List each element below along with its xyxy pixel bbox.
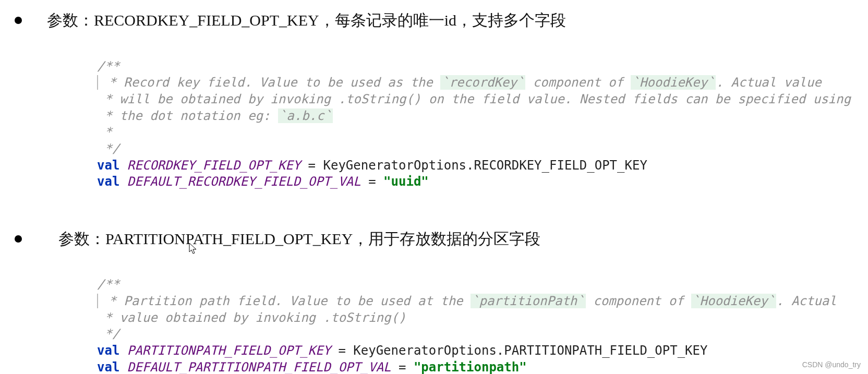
comment-open: /** [97,59,119,74]
inline-code: `a.b.c` [278,108,333,123]
string-literal: "partitionpath" [414,360,527,374]
comment-line: * will be obtained by invoking .toString… [97,92,851,106]
equals: = [361,174,383,189]
bullet-item: 参数：RECORDKEY_FIELD_OPT_KEY，每条记录的唯一id，支持多… [15,9,868,31]
comment-line: * [97,125,112,139]
keyword-val: val [97,343,119,358]
code-block-recordkey: /** * Record key field. Value to be used… [97,42,868,207]
watermark: CSDN @undo_try [802,360,861,369]
equals: = [391,360,414,374]
string-literal: "uuid" [383,174,429,189]
inline-code: `HoodieKey` [631,75,716,90]
comment-close: */ [97,327,119,341]
bullet-text: 参数：PARTITIONPATH_FIELD_OPT_KEY，用于存放数据的分区… [58,228,540,250]
comment-line: component of [525,75,631,90]
bullet-param: PARTITIONPATH_FIELD_OPT_KEY [105,230,353,247]
bullet-prefix: 参数： [58,230,105,247]
constant-name: DEFAULT_RECORDKEY_FIELD_OPT_VAL [127,174,361,189]
comment-line: * the dot notation eg: [97,108,278,123]
keyword-val: val [97,174,119,189]
bullet-param: RECORDKEY_FIELD_OPT_KEY [94,11,319,29]
inline-code: `partitionPath` [471,294,586,308]
rhs-expression: KeyGeneratorOptions.PARTITIONPATH_FIELD_… [353,343,707,358]
bullet-description: ，用于存放数据的分区字段 [353,230,540,247]
constant-name: DEFAULT_PARTITIONPATH_FIELD_OPT_VAL [127,360,391,374]
keyword-val: val [97,158,119,173]
comment-line: . Actual value [716,75,821,90]
comment-line: . Actual [776,294,837,308]
bullet-icon [15,17,22,24]
bullet-prefix: 参数： [47,11,94,29]
equals: = [331,343,353,358]
equals: = [300,158,323,173]
bullet-text: 参数：RECORDKEY_FIELD_OPT_KEY，每条记录的唯一id，支持多… [47,9,566,31]
comment-line: component of [586,294,691,308]
comment-open: /** [97,277,119,292]
keyword-val: val [97,360,119,374]
comment-line: * value obtained by invoking .toString() [97,310,406,325]
comment-close: */ [97,141,119,156]
comment-line: * Partition path field. Value to be used… [101,294,471,308]
document-page: 参数：RECORDKEY_FIELD_OPT_KEY，每条记录的唯一id，支持多… [0,0,868,374]
constant-name: PARTITIONPATH_FIELD_OPT_KEY [127,343,331,358]
constant-name: RECORDKEY_FIELD_OPT_KEY [127,158,300,173]
inline-code: `recordKey` [440,75,525,90]
bullet-item: 参数：PARTITIONPATH_FIELD_OPT_KEY，用于存放数据的分区… [15,228,868,250]
bullet-icon [15,235,22,243]
bullet-description: ，每条记录的唯一id，支持多个字段 [319,11,566,29]
comment-line: * Record key field. Value to be used as … [101,75,440,90]
inline-code: `HoodieKey` [691,294,776,308]
rhs-expression: KeyGeneratorOptions.RECORDKEY_FIELD_OPT_… [323,158,647,173]
code-block-partitionpath: /** * Partition path field. Value to be … [97,260,868,374]
